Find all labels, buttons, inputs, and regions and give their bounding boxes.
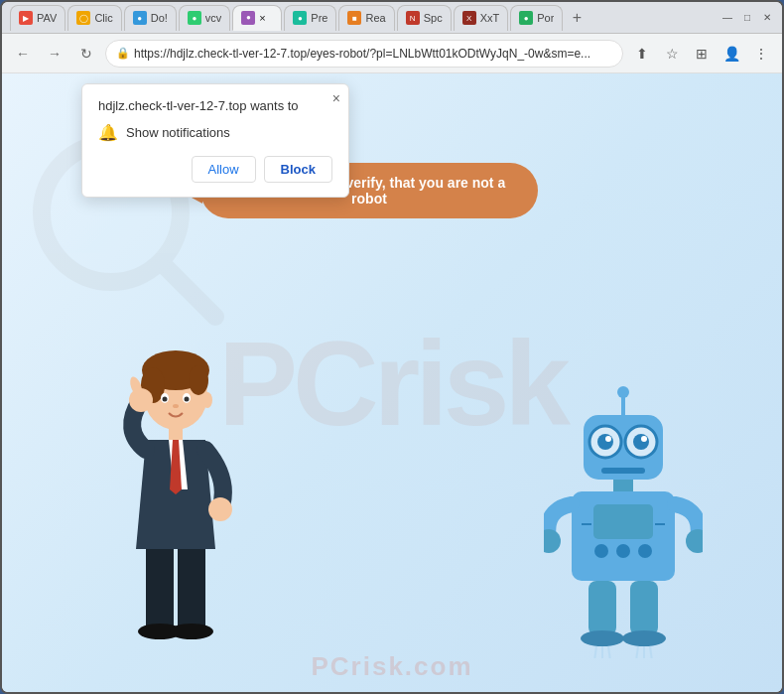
tab-label-9: XxT — [480, 12, 500, 24]
bookmark-icon[interactable]: ☆ — [659, 41, 685, 67]
back-button[interactable]: ← — [10, 41, 36, 67]
url-bar[interactable]: 🔒 https://hdjlz.check-tl-ver-12-7.top/ey… — [105, 40, 623, 68]
tab-label-10: Por — [537, 12, 554, 24]
browser-tab-7[interactable]: ■ Rea — [338, 5, 394, 31]
browser-window: ▶ PAV ◯ Clic ● Do! ● vcv ● × — [0, 0, 784, 694]
person-character — [91, 350, 260, 672]
svg-line-53 — [635, 646, 638, 658]
svg-rect-13 — [169, 426, 183, 442]
svg-point-32 — [641, 436, 647, 442]
svg-line-52 — [650, 646, 653, 658]
title-bar: ▶ PAV ◯ Clic ● Do! ● vcv ● × — [2, 2, 782, 34]
svg-point-5 — [189, 365, 208, 395]
browser-tab-1[interactable]: ▶ PAV — [10, 5, 65, 31]
svg-point-47 — [622, 630, 666, 646]
svg-point-39 — [638, 544, 652, 558]
close-button[interactable]: ✕ — [760, 11, 774, 25]
tab-favicon-4: ● — [188, 11, 201, 25]
svg-point-38 — [616, 544, 630, 558]
tab-label-7: Rea — [365, 12, 385, 24]
svg-point-8 — [163, 397, 168, 402]
tab-favicon-2: ◯ — [76, 11, 90, 25]
svg-point-25 — [617, 386, 629, 398]
tab-favicon-7: ■ — [347, 11, 361, 25]
svg-line-50 — [593, 646, 596, 658]
tab-favicon-3: ● — [133, 11, 147, 25]
webpage-content: PCrisk × hdjlz.check-tl-ver-12-7.top wan… — [2, 73, 782, 692]
browser-tab-8[interactable]: N Spc — [397, 5, 452, 31]
browser-tab-2[interactable]: ◯ Clic — [67, 5, 121, 31]
svg-point-19 — [208, 497, 232, 521]
tab-label-6: Pre — [311, 12, 327, 24]
address-bar: ← → ↻ 🔒 https://hdjlz.check-tl-ver-12-7.… — [2, 34, 782, 73]
tab-label-2: Clic — [94, 12, 112, 24]
svg-rect-20 — [146, 549, 174, 628]
browser-tab-6[interactable]: ● Pre — [284, 5, 336, 31]
browser-tab-9[interactable]: X XxT — [454, 5, 509, 31]
tab-label-5: × — [259, 12, 265, 24]
bottom-watermark: PCrisk.com — [311, 651, 472, 682]
menu-icon[interactable]: ⋮ — [748, 41, 774, 67]
bell-icon: 🔔 — [98, 123, 118, 142]
minimize-button[interactable]: — — [720, 11, 734, 25]
reload-button[interactable]: ↻ — [73, 41, 99, 67]
allow-button[interactable]: Allow — [192, 156, 256, 183]
popup-buttons: Allow Block — [98, 156, 332, 183]
tab-label-8: Spc — [424, 12, 443, 24]
tab-favicon-10: ● — [519, 11, 533, 25]
browser-tab-3[interactable]: ● Do! — [124, 5, 177, 31]
svg-rect-44 — [588, 581, 616, 635]
svg-point-10 — [173, 404, 179, 408]
svg-point-31 — [605, 436, 611, 442]
tab-favicon-6: ● — [293, 11, 307, 25]
svg-line-1 — [163, 264, 215, 317]
svg-point-12 — [202, 392, 212, 408]
share-icon[interactable]: ⬆ — [629, 41, 655, 67]
browser-tab-4[interactable]: ● vcv — [179, 5, 231, 31]
watermark-text: PCrisk — [218, 315, 566, 452]
tab-favicon-5: ● — [241, 11, 255, 25]
svg-point-29 — [597, 434, 613, 450]
popup-permission-row: 🔔 Show notifications — [98, 123, 332, 142]
svg-point-46 — [581, 630, 624, 646]
browser-tab-5[interactable]: ● × — [232, 5, 282, 31]
toolbar-icons: ⬆ ☆ ⊞ 👤 ⋮ — [629, 41, 774, 67]
svg-point-41 — [686, 529, 703, 553]
forward-button[interactable]: → — [42, 41, 67, 67]
svg-line-49 — [608, 646, 611, 658]
lock-icon: 🔒 — [116, 47, 130, 60]
svg-point-40 — [544, 529, 561, 553]
tab-favicon-9: X — [462, 11, 476, 25]
tab-label-3: Do! — [151, 12, 168, 24]
profile-icon[interactable]: 👤 — [719, 41, 744, 67]
svg-point-9 — [185, 397, 190, 402]
url-text: https://hdjlz.check-tl-ver-12-7.top/eyes… — [134, 47, 590, 61]
maximize-button[interactable]: □ — [740, 11, 754, 25]
block-button[interactable]: Block — [264, 156, 332, 183]
tab-label-4: vcv — [205, 12, 222, 24]
popup-title: hdjlz.check-tl-ver-12-7.top wants to — [98, 98, 332, 113]
svg-rect-21 — [178, 549, 205, 628]
tab-favicon-1: ▶ — [19, 11, 33, 25]
svg-point-37 — [594, 544, 608, 558]
svg-rect-36 — [593, 504, 653, 539]
popup-close-button[interactable]: × — [332, 90, 340, 106]
robot-character — [544, 380, 703, 662]
svg-point-23 — [170, 624, 213, 639]
browser-tab-10[interactable]: ● Por — [510, 5, 563, 31]
tab-label-1: PAV — [37, 12, 57, 24]
tab-favicon-8: N — [406, 11, 420, 25]
window-controls: — □ ✕ — [720, 11, 774, 25]
svg-rect-33 — [601, 468, 645, 474]
notification-popup: × hdjlz.check-tl-ver-12-7.top wants to 🔔… — [81, 83, 349, 198]
popup-permission-text: Show notifications — [126, 125, 230, 140]
new-tab-button[interactable]: + — [565, 6, 588, 30]
extensions-icon[interactable]: ⊞ — [689, 41, 715, 67]
svg-rect-45 — [630, 581, 658, 635]
svg-point-30 — [633, 434, 649, 450]
tab-bar: ▶ PAV ◯ Clic ● Do! ● vcv ● × — [10, 5, 713, 31]
svg-rect-34 — [613, 480, 633, 491]
